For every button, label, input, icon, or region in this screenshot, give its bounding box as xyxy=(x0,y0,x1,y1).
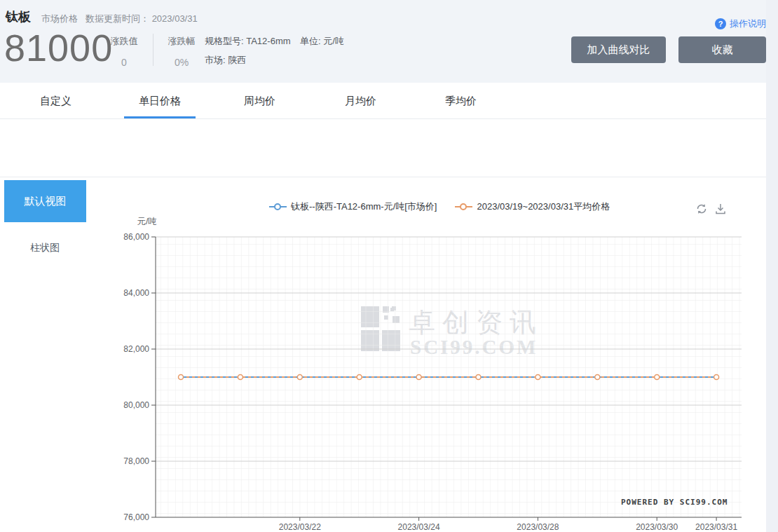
price-tabs: 自定义 单日价格 周均价 月均价 季均价 xyxy=(0,83,766,119)
help-label: 操作说明 xyxy=(730,18,766,30)
header: 钛板 市场价格 数据更新时间： 2023/03/31 ? 操作说明 81000 … xyxy=(0,0,766,83)
download-icon[interactable] xyxy=(714,203,728,217)
page-title: 钛板 xyxy=(6,8,31,25)
legend-label: 2023/03/19~2023/03/31平均价格 xyxy=(477,200,610,213)
question-icon: ? xyxy=(715,18,726,29)
svg-text:78,000: 78,000 xyxy=(123,456,149,466)
scrollbar-track[interactable] xyxy=(766,0,778,532)
price-unit: 单位: 元/吨 xyxy=(300,35,344,48)
svg-text:86,000: 86,000 xyxy=(123,232,149,242)
svg-text:2023/03/24: 2023/03/24 xyxy=(398,522,440,532)
change-pct-block: 涨跌幅 0% xyxy=(158,35,205,68)
help-link[interactable]: ? 操作说明 xyxy=(715,18,766,30)
legend-item-market-price[interactable]: 钛板--陕西-TA12-6mm-元/吨[市场价] xyxy=(269,200,437,213)
active-tab-underline xyxy=(124,116,196,118)
current-price: 81000 xyxy=(4,28,113,67)
change-value-label: 涨跌值 xyxy=(102,35,146,48)
refresh-icon[interactable] xyxy=(695,203,709,217)
svg-text:2023/03/31: 2023/03/31 xyxy=(695,522,737,532)
tab-label: 季均价 xyxy=(445,95,477,107)
price-chart[interactable]: 76,00078,00080,00082,00084,00086,0002023… xyxy=(0,177,766,532)
tab-custom[interactable]: 自定义 xyxy=(40,83,71,118)
legend-marker-orange xyxy=(455,203,472,210)
tab-label: 单日价格 xyxy=(139,95,181,107)
svg-text:2023/03/22: 2023/03/22 xyxy=(279,522,321,532)
tab-monthly-avg[interactable]: 月均价 xyxy=(345,83,376,118)
add-compare-button[interactable]: 加入曲线对比 xyxy=(571,36,666,63)
chart-section: 默认视图 柱状图 元/吨 卓创资讯 SCI99.COM xyxy=(0,177,766,532)
change-pct: 0% xyxy=(158,57,205,68)
legend-label: 钛板--陕西-TA12-6mm-元/吨[市场价] xyxy=(291,200,437,213)
market-price-label: 市场价格 xyxy=(41,13,78,25)
tab-label: 自定义 xyxy=(40,95,71,107)
time-filter: 时间周期 1个月 3个月 1年 2023/03/19 至 2023/04/19 … xyxy=(0,119,766,177)
svg-text:82,000: 82,000 xyxy=(123,344,149,354)
change-pct-label: 涨跌幅 xyxy=(158,35,205,48)
divider xyxy=(153,34,153,66)
chart-legend: 钛板--陕西-TA12-6mm-元/吨[市场价] 2023/03/19~2023… xyxy=(269,200,610,213)
favorite-button[interactable]: 收藏 xyxy=(678,36,766,63)
page: 钛板 市场价格 数据更新时间： 2023/03/31 ? 操作说明 81000 … xyxy=(0,0,778,532)
svg-text:76,000: 76,000 xyxy=(123,512,149,522)
change-value-block: 涨跌值 0 xyxy=(102,35,146,68)
update-time-label: 数据更新时间： xyxy=(86,13,149,24)
tab-quarterly-avg[interactable]: 季均价 xyxy=(445,83,477,118)
powered-by-label: POWERED BY SCI99.COM xyxy=(621,498,728,507)
update-time: 数据更新时间： 2023/03/31 xyxy=(86,13,198,25)
change-value: 0 xyxy=(102,57,146,68)
svg-text:2023/03/30: 2023/03/30 xyxy=(636,522,678,532)
svg-text:80,000: 80,000 xyxy=(123,400,149,410)
legend-item-average-price[interactable]: 2023/03/19~2023/03/31平均价格 xyxy=(455,200,610,213)
market-region: 市场: 陕西 xyxy=(205,54,246,67)
tab-daily-price[interactable]: 单日价格 xyxy=(139,83,181,118)
tab-weekly-avg[interactable]: 周均价 xyxy=(244,83,275,118)
tab-label: 月均价 xyxy=(345,95,376,107)
update-time-value: 2023/03/31 xyxy=(152,13,198,24)
spec-model: 规格型号: TA12-6mm xyxy=(205,35,291,48)
svg-text:2023/03/28: 2023/03/28 xyxy=(517,522,559,532)
tab-label: 周均价 xyxy=(244,95,275,107)
svg-text:84,000: 84,000 xyxy=(123,288,149,298)
legend-marker-blue xyxy=(269,203,287,210)
